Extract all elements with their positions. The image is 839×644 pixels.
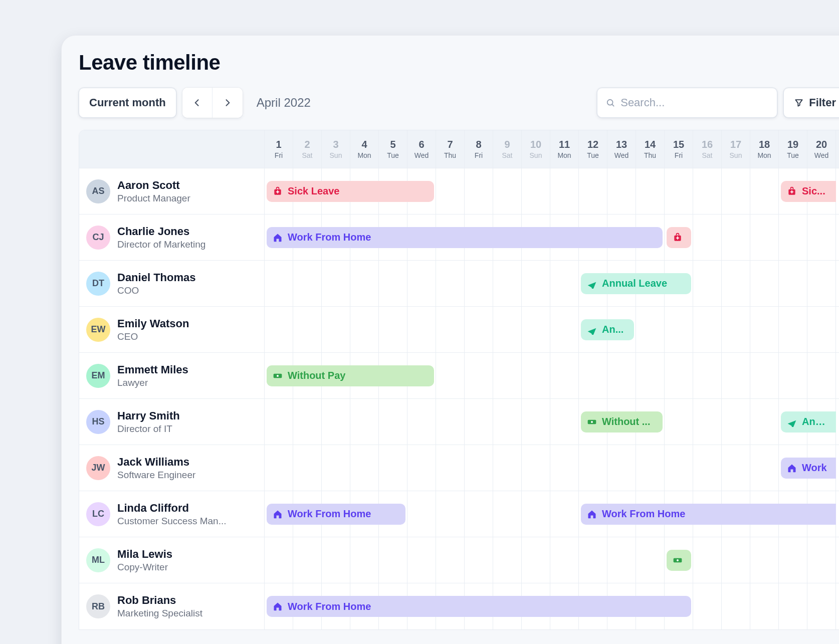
avatar: HS	[86, 410, 110, 434]
person-cell[interactable]: HSHarry SmithDirector of IT	[79, 399, 265, 445]
search-box[interactable]	[597, 88, 777, 118]
leave-event[interactable]: Without ...	[581, 411, 663, 433]
day-number: 16	[702, 139, 713, 150]
day-number: 18	[759, 139, 770, 150]
day-of-week: Fri	[275, 151, 283, 159]
day-cell	[550, 353, 579, 398]
timeline-row: CJCharlie JonesDirector of MarketingWork…	[79, 214, 839, 261]
leave-event[interactable]: An...	[581, 319, 634, 340]
avatar: EW	[86, 318, 110, 342]
person-cell[interactable]: EMEmmett MilesLawyer	[79, 353, 265, 398]
day-cell	[722, 445, 750, 491]
leave-event[interactable]: Without Pay	[267, 365, 434, 386]
day-number: 20	[816, 139, 827, 150]
day-cell	[465, 445, 493, 491]
day-cell	[750, 353, 779, 398]
leave-event[interactable]: Annual Leave	[581, 273, 691, 294]
timeline-row: LCLinda CliffordCustomer Success Man...W…	[79, 491, 839, 537]
person-cell[interactable]: ASAaron ScottProduct Manager	[79, 168, 265, 214]
leave-event[interactable]: Sic...	[781, 181, 836, 202]
day-cell	[522, 445, 550, 491]
day-cell	[522, 491, 550, 537]
person-role: Product Manager	[117, 193, 190, 204]
prev-month-button[interactable]	[182, 88, 213, 118]
leave-label: Annual	[802, 416, 830, 427]
day-cell	[465, 353, 493, 398]
filter-button[interactable]: Filter	[783, 88, 839, 118]
leave-event[interactable]: Work From Home	[267, 504, 405, 525]
day-cell	[550, 537, 579, 583]
day-cell	[665, 168, 693, 214]
day-cell	[493, 261, 522, 306]
day-cell	[750, 307, 779, 352]
day-of-week: Thu	[644, 151, 656, 159]
day-of-week: Fri	[675, 151, 683, 159]
person-role: Marketing Specialist	[117, 608, 202, 619]
day-cell	[722, 353, 750, 398]
current-month-button[interactable]: Current month	[79, 88, 176, 118]
leave-event[interactable]: Work	[781, 458, 836, 479]
person-cell[interactable]: LCLinda CliffordCustomer Success Man...	[79, 491, 265, 537]
day-cell	[579, 537, 607, 583]
day-cell	[522, 399, 550, 445]
leave-event[interactable]	[667, 550, 691, 571]
day-of-week: Tue	[587, 151, 599, 159]
day-number: 19	[787, 139, 798, 150]
day-cell	[493, 399, 522, 445]
day-number: 17	[730, 139, 741, 150]
search-input[interactable]	[620, 96, 769, 109]
day-cell	[493, 353, 522, 398]
day-cell	[350, 445, 379, 491]
day-cell	[379, 307, 407, 352]
leave-label: Work From Home	[602, 508, 685, 520]
leave-event[interactable]: Annual	[781, 411, 836, 433]
day-cell	[293, 445, 322, 491]
leave-event[interactable]: Work From Home	[581, 504, 836, 525]
day-cell	[807, 307, 836, 352]
person-cell[interactable]: MLMila LewisCopy-Writer	[79, 537, 265, 583]
person-days: Work From HomeWork From Home	[265, 491, 839, 537]
person-cell[interactable]: JWJack WilliamsSoftware Engineer	[79, 445, 265, 491]
leave-event[interactable]: Work From Home	[267, 596, 691, 617]
plane-icon	[587, 279, 597, 289]
day-cell	[322, 399, 350, 445]
page-title: Leave timeline	[79, 51, 839, 75]
day-cell	[607, 168, 636, 214]
day-cell	[750, 445, 779, 491]
day-of-week: Tue	[787, 151, 799, 159]
day-header-19: 19Tue	[779, 130, 807, 168]
day-of-week: Sat	[302, 151, 312, 159]
current-month-label: Current month	[89, 96, 166, 109]
day-cell	[493, 168, 522, 214]
day-cell	[407, 261, 436, 306]
day-cell	[607, 537, 636, 583]
day-of-week: Sat	[702, 151, 712, 159]
day-cell	[379, 399, 407, 445]
person-role: Director of IT	[117, 423, 180, 435]
person-name: Mila Lewis	[117, 548, 172, 561]
timeline-grid: 1Fri2Sat3Sun4Mon5Tue6Wed7Thu8Fri9Sat10Su…	[79, 130, 839, 630]
day-cell	[722, 537, 750, 583]
leave-event[interactable]	[667, 227, 691, 248]
day-cell	[293, 537, 322, 583]
leave-event[interactable]: Work From Home	[267, 227, 663, 248]
avatar: ML	[86, 548, 110, 572]
avatar: CJ	[86, 226, 110, 250]
day-cell	[779, 214, 807, 260]
person-cell[interactable]: DTDaniel ThomasCOO	[79, 261, 265, 306]
next-month-button[interactable]	[213, 88, 243, 118]
person-cell[interactable]: RBRob BriansMarketing Specialist	[79, 583, 265, 629]
day-of-week: Thu	[444, 151, 456, 159]
day-of-week: Sun	[530, 151, 542, 159]
person-cell[interactable]: CJCharlie JonesDirector of Marketing	[79, 214, 265, 260]
plane-icon	[787, 417, 797, 427]
person-cell[interactable]: EWEmily WatsonCEO	[79, 307, 265, 352]
day-cell	[493, 537, 522, 583]
leave-event[interactable]: Sick Leave	[267, 181, 434, 202]
person-days: Work	[265, 445, 839, 491]
day-of-week: Tue	[387, 151, 399, 159]
day-number: 10	[530, 139, 541, 150]
day-header-1: 1Fri	[265, 130, 293, 168]
home-icon	[787, 463, 797, 473]
day-cell	[579, 168, 607, 214]
